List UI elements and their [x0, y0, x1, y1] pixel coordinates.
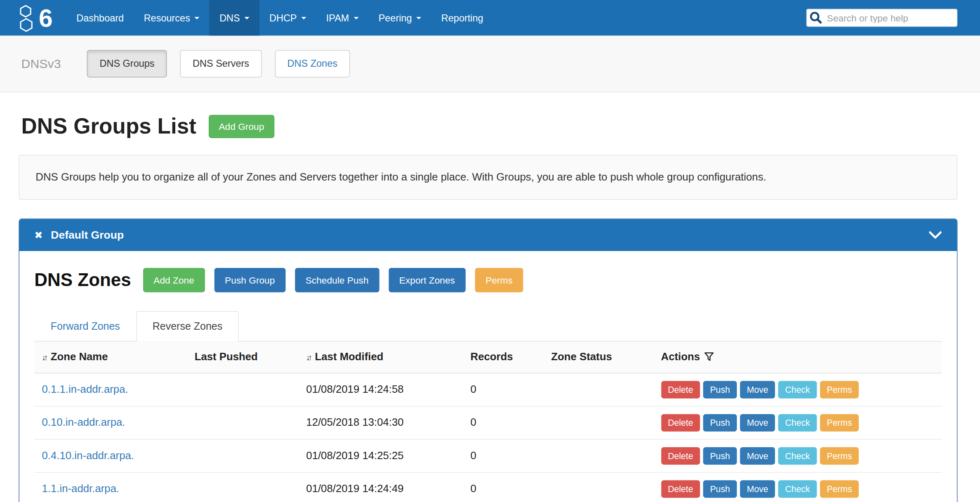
- cell-zone-status: [546, 473, 656, 502]
- subnav-button-dns-groups[interactable]: DNS Groups: [87, 50, 167, 77]
- search-box: [806, 9, 958, 27]
- row-action-check[interactable]: Check: [778, 414, 817, 432]
- page-title: DNS Groups List: [21, 114, 196, 139]
- zone-link[interactable]: 0.4.10.in-addr.arpa.: [42, 450, 134, 462]
- cell-zone-status: [546, 439, 656, 472]
- nav-item-resources[interactable]: Resources: [134, 0, 209, 35]
- brand-logo[interactable]: 6: [0, 0, 66, 35]
- nav-item-reporting[interactable]: Reporting: [431, 0, 493, 35]
- cell-actions: DeletePushMoveCheckPerms: [656, 373, 942, 406]
- nav-item-label: Reporting: [441, 12, 483, 23]
- nav-item-dns[interactable]: DNS: [210, 0, 259, 35]
- column-label: Actions: [661, 351, 700, 363]
- row-action-move[interactable]: Move: [740, 414, 775, 432]
- row-action-push[interactable]: Push: [703, 480, 737, 497]
- subnav-button-dns-zones[interactable]: DNS Zones: [275, 50, 350, 77]
- caret-down-icon: [416, 16, 421, 19]
- group-panel-body: DNS Zones Add ZonePush GroupSchedule Pus…: [19, 251, 957, 502]
- cell-actions: DeletePushMoveCheckPerms: [656, 439, 942, 472]
- page-description: DNS Groups help you to organize all of y…: [19, 155, 957, 200]
- column-label: Last Modified: [315, 351, 384, 363]
- row-action-push[interactable]: Push: [703, 381, 737, 399]
- row-action-move[interactable]: Move: [740, 480, 775, 497]
- cell-last-pushed: [190, 373, 302, 406]
- toolbar-button-perms[interactable]: Perms: [475, 268, 523, 292]
- group-panel-header[interactable]: ✖ Default Group: [19, 219, 957, 251]
- cell-last-modified: 01/08/2019 14:24:49: [301, 473, 465, 502]
- cell-records: 0: [465, 439, 546, 472]
- table-row: 1.1.in-addr.arpa.01/08/2019 14:24:490Del…: [34, 473, 942, 502]
- column-label: Records: [471, 351, 513, 363]
- toolbar-button-add-zone[interactable]: Add Zone: [143, 268, 205, 292]
- zones-table-body: 0.1.1.in-addr.arpa.01/08/2019 14:24:580D…: [34, 373, 942, 502]
- table-header-row: ↓↑Zone NameLast Pushed↓↑Last ModifiedRec…: [34, 342, 942, 373]
- row-action-move[interactable]: Move: [740, 447, 775, 464]
- cell-zone-status: [546, 406, 656, 439]
- top-navbar: 6 DashboardResourcesDNSDHCPIPAMPeeringRe…: [0, 0, 980, 35]
- nav-item-dashboard[interactable]: Dashboard: [66, 0, 134, 35]
- tab-forward-zones[interactable]: Forward Zones: [34, 311, 136, 342]
- cell-zone-name: 1.1.in-addr.arpa.: [34, 473, 189, 502]
- row-action-delete[interactable]: Delete: [661, 480, 700, 497]
- caret-down-icon: [244, 16, 249, 19]
- cell-last-pushed: [190, 439, 302, 472]
- cell-last-pushed: [190, 406, 302, 439]
- row-action-perms[interactable]: Perms: [820, 381, 859, 399]
- zone-link[interactable]: 1.1.in-addr.arpa.: [42, 483, 120, 495]
- cell-records: 0: [465, 373, 546, 406]
- cell-last-pushed: [190, 473, 302, 502]
- cell-zone-name: 0.1.1.in-addr.arpa.: [34, 373, 189, 406]
- nav-item-dhcp[interactable]: DHCP: [259, 0, 316, 35]
- toolbar-button-export-zones[interactable]: Export Zones: [389, 268, 466, 292]
- cell-zone-status: [546, 373, 656, 406]
- zone-link[interactable]: 0.1.1.in-addr.arpa.: [42, 384, 128, 396]
- row-action-check[interactable]: Check: [778, 381, 817, 399]
- table-row: 0.1.1.in-addr.arpa.01/08/2019 14:24:580D…: [34, 373, 942, 406]
- chevron-down-icon[interactable]: [929, 231, 942, 239]
- close-icon[interactable]: ✖: [34, 229, 42, 241]
- cell-actions: DeletePushMoveCheckPerms: [656, 406, 942, 439]
- sort-icon[interactable]: ↓↑: [306, 353, 311, 362]
- row-action-check[interactable]: Check: [778, 480, 817, 497]
- row-action-delete[interactable]: Delete: [661, 381, 700, 399]
- subnav-bar: DNSv3 DNS GroupsDNS ServersDNS Zones: [0, 35, 980, 92]
- row-action-delete[interactable]: Delete: [661, 414, 700, 432]
- zones-heading: DNS Zones: [34, 270, 131, 291]
- row-action-push[interactable]: Push: [703, 414, 737, 432]
- column-header-zone-name[interactable]: ↓↑Zone Name: [34, 342, 189, 373]
- cell-last-modified: 12/05/2018 13:04:30: [301, 406, 465, 439]
- tab-reverse-zones[interactable]: Reverse Zones: [136, 311, 238, 342]
- add-group-button[interactable]: Add Group: [209, 115, 274, 138]
- nav-item-peering[interactable]: Peering: [368, 0, 431, 35]
- search-input[interactable]: [806, 9, 958, 27]
- nav-item-label: Resources: [144, 12, 190, 23]
- page-head: DNS Groups List Add Group: [21, 114, 980, 139]
- nav-item-label: DNS: [219, 12, 240, 23]
- zones-tabs: Forward ZonesReverse Zones: [34, 311, 942, 342]
- group-title: Default Group: [51, 229, 124, 242]
- nav-item-label: DHCP: [269, 12, 297, 23]
- cell-zone-name: 0.10.in-addr.arpa.: [34, 406, 189, 439]
- hexagons-icon: [17, 3, 36, 32]
- row-action-perms[interactable]: Perms: [820, 480, 859, 497]
- column-header-last-modified[interactable]: ↓↑Last Modified: [301, 342, 465, 373]
- row-action-delete[interactable]: Delete: [661, 447, 700, 464]
- zone-link[interactable]: 0.10.in-addr.arpa.: [42, 417, 125, 429]
- row-action-push[interactable]: Push: [703, 447, 737, 464]
- nav-item-label: Peering: [379, 12, 412, 23]
- sort-icon[interactable]: ↓↑: [42, 353, 47, 362]
- nav-items: DashboardResourcesDNSDHCPIPAMPeeringRepo…: [66, 0, 493, 35]
- filter-icon[interactable]: [704, 352, 714, 361]
- column-header-actions[interactable]: Actions: [656, 342, 942, 373]
- toolbar-button-schedule-push[interactable]: Schedule Push: [295, 268, 379, 292]
- nav-item-ipam[interactable]: IPAM: [316, 0, 368, 35]
- search-icon: [809, 11, 823, 25]
- toolbar-button-push-group[interactable]: Push Group: [214, 268, 285, 292]
- column-label: Zone Status: [551, 351, 612, 363]
- subnav-button-dns-servers[interactable]: DNS Servers: [180, 50, 262, 77]
- row-action-check[interactable]: Check: [778, 447, 817, 464]
- row-action-perms[interactable]: Perms: [820, 447, 859, 464]
- row-action-move[interactable]: Move: [740, 381, 775, 399]
- row-action-perms[interactable]: Perms: [820, 414, 859, 432]
- nav-item-label: Dashboard: [76, 12, 124, 23]
